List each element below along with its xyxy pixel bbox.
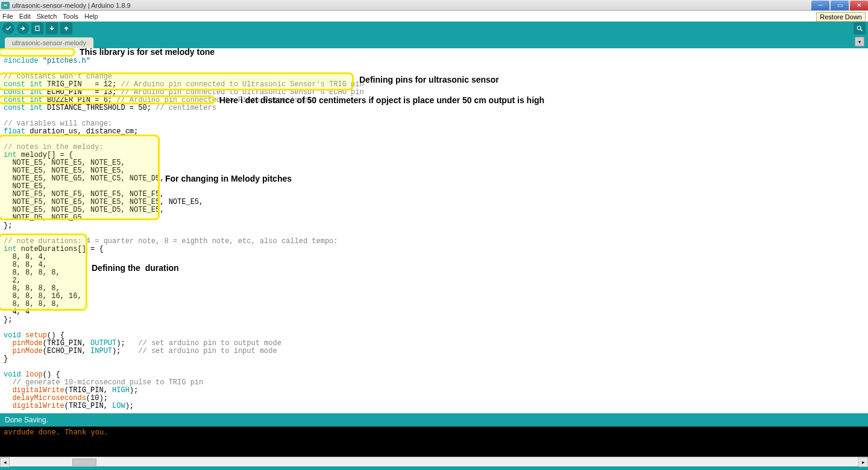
code: delayMicroseconds — [12, 394, 86, 402]
console-line: avrdude done. Thank you. — [4, 428, 108, 436]
code: INPUT — [90, 347, 112, 355]
menu-tools[interactable]: Tools — [63, 13, 78, 20]
code: } — [4, 355, 8, 363]
code: setup — [21, 331, 47, 340]
code: 8, 8, 8, 16, 16, — [4, 292, 82, 300]
code: }; — [4, 316, 12, 324]
sketch-tab[interactable]: ultrasonic-sensor-melody — [5, 37, 93, 48]
code: int — [4, 245, 17, 253]
code: // variables will change: — [4, 119, 112, 128]
code: void — [4, 331, 21, 340]
scroll-left-icon[interactable]: ◂ — [0, 457, 10, 467]
save-button[interactable] — [60, 22, 72, 34]
annotation-4: For changing in Melody pitches — [165, 175, 292, 183]
code: NOTE_E5, NOTE_E5, NOTE_E5, — [4, 167, 125, 175]
svg-rect-0 — [36, 26, 39, 31]
code: 8, 8, 8, 8, — [4, 268, 60, 277]
code: NOTE_F5, NOTE_F5, NOTE_F5, NOTE_F5, — [4, 190, 164, 198]
code: // note durations: 4 = quarter note, 8 =… — [4, 237, 338, 246]
code-editor[interactable]: #include "pitches.h" // constants won't … — [0, 48, 868, 413]
console-output[interactable]: avrdude done. Thank you. — [0, 427, 868, 457]
code: HIGH — [112, 386, 130, 395]
highlight-include — [0, 48, 75, 57]
minimize-button[interactable]: ─ — [811, 1, 829, 10]
code: NOTE_E5, — [4, 182, 47, 191]
code: // centimeters — [156, 104, 216, 112]
arduino-icon: ∞ — [1, 2, 10, 9]
code — [4, 347, 12, 355]
upload-button[interactable] — [17, 22, 29, 34]
code: int — [4, 151, 17, 159]
code: // Arduino pin connected to Ultrasonic S… — [121, 80, 363, 89]
code: duration_us, distance_cm; — [25, 127, 138, 136]
code: TRIG_PIN = 12; — [43, 80, 121, 89]
menu-edit[interactable]: Edit — [19, 13, 31, 20]
code: LOW — [112, 402, 125, 410]
code: "pitches.h" — [43, 57, 90, 65]
code: DISTANCE_THRESHOLD = 50; — [43, 104, 156, 112]
code: NOTE_F5, NOTE_E5, NOTE_E5, NOTE_E5, NOTE… — [4, 198, 203, 206]
code: ); — [112, 347, 138, 355]
code: NOTE_E5, NOTE_D5, NOTE_D5, NOTE_E5, — [4, 206, 164, 214]
annotation-2: Defining pins for ultrasonic sensor — [359, 76, 499, 84]
code: // Arduino pin connected to Ultrasonic S… — [121, 88, 363, 97]
code: (TRIG_PIN, — [64, 386, 112, 395]
code: melody[] = { — [17, 151, 74, 159]
code: ECHO_PIN = 13; — [43, 88, 121, 97]
maximize-button[interactable]: ▭ — [831, 1, 849, 10]
tab-bar: ultrasonic-sensor-melody ▾ — [0, 35, 868, 48]
title-bar: ∞ ultrasonic-sensor-melody | Arduino 1.8… — [0, 0, 868, 11]
code — [4, 402, 12, 410]
window-title: ultrasonic-sensor-melody | Arduino 1.8.9 — [12, 2, 810, 9]
close-button[interactable]: ✕ — [850, 1, 868, 10]
code: ); — [116, 339, 138, 348]
svg-point-1 — [857, 26, 861, 30]
code: pinMode — [12, 347, 42, 355]
code: const int — [4, 104, 43, 112]
footer-bar: 1 Arduino/Genuino Uno on COM4 — [0, 466, 868, 470]
code: NOTE_D5, NOTE_G5 — [4, 214, 82, 222]
code — [4, 339, 12, 348]
code: () { — [47, 331, 64, 340]
code: // constants won't change — [4, 72, 112, 81]
code: 8, 8, 4, — [4, 253, 47, 261]
horizontal-scrollbar[interactable]: ◂ ▸ — [0, 457, 868, 466]
scroll-right-icon[interactable]: ▸ — [858, 457, 868, 467]
code: // set arduino pin to output mode — [138, 339, 281, 348]
verify-button[interactable] — [2, 22, 14, 34]
serial-monitor-button[interactable] — [854, 22, 866, 34]
code: 8, 8, 4, — [4, 261, 47, 269]
code: // set arduino pin to input mode — [138, 347, 277, 355]
menu-bar: File Edit Sketch Tools Help — [0, 11, 868, 22]
code: void — [4, 370, 21, 379]
code: const int — [4, 80, 43, 89]
open-button[interactable] — [46, 22, 58, 34]
code: loop — [21, 370, 43, 379]
restore-down-tooltip: Restore Down — [816, 12, 866, 22]
code: 8, 8, 8, 8, — [4, 300, 60, 308]
code: 2, — [4, 276, 21, 285]
code — [4, 386, 12, 395]
code: }; — [4, 221, 12, 230]
code: ); — [130, 386, 138, 395]
menu-sketch[interactable]: Sketch — [37, 13, 57, 20]
scroll-thumb[interactable] — [72, 459, 96, 466]
status-text: Done Saving. — [5, 416, 48, 424]
code: #include — [4, 57, 43, 65]
code: (TRIG_PIN, — [64, 402, 112, 410]
code: pinMode — [12, 339, 42, 348]
code: // Arduino pin connected to Piezo Buzzer… — [116, 96, 316, 104]
code: digitalWrite — [12, 402, 64, 410]
menu-help[interactable]: Help — [84, 13, 98, 20]
code: float — [4, 127, 25, 136]
code: 4, 4 — [4, 308, 30, 316]
code: const int — [4, 88, 43, 97]
code: NOTE_E5, NOTE_E5, NOTE_E5, — [4, 159, 125, 167]
menu-file[interactable]: File — [2, 13, 13, 20]
new-button[interactable] — [31, 22, 43, 34]
code: 8, 8, 8, 8, — [4, 284, 60, 293]
code: digitalWrite — [12, 386, 64, 395]
tab-menu-button[interactable]: ▾ — [855, 37, 864, 46]
code — [4, 394, 12, 402]
annotation-5: Defining the duration — [92, 264, 179, 272]
